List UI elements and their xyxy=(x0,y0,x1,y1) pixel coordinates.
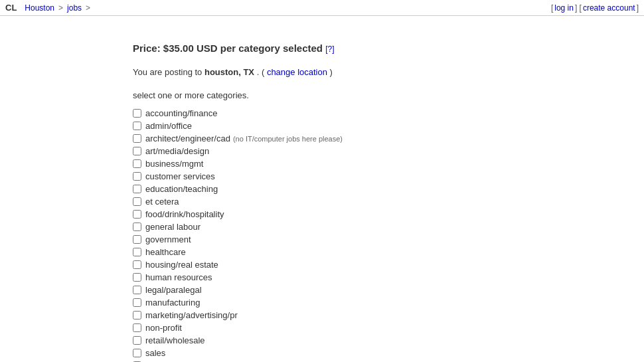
list-item: customer services xyxy=(133,171,604,181)
list-item: et cetera xyxy=(133,197,604,207)
list-item: education/teaching xyxy=(133,184,604,194)
category-label-government[interactable]: government xyxy=(145,234,191,244)
categories-list: accounting/financeadmin/officearchitect/… xyxy=(133,108,604,362)
list-item: sales xyxy=(133,348,604,358)
auth-links: [ log in ] [ create account ] xyxy=(551,3,639,13)
login-link[interactable]: log in xyxy=(554,3,574,13)
category-checkbox-nonprofit[interactable] xyxy=(133,323,141,332)
main-content: Price: $35.00 USD per category selected … xyxy=(0,16,644,362)
location-text: You are posting to houston, TX . ( chang… xyxy=(133,67,604,77)
category-checkbox-legal[interactable] xyxy=(133,286,141,294)
list-item: accounting/finance xyxy=(133,108,604,118)
category-checkbox-art[interactable] xyxy=(133,147,141,155)
category-label-housing[interactable]: housing/real estate xyxy=(145,260,218,270)
list-item: retail/wholesale xyxy=(133,335,604,345)
breadcrumb: CL Houston > jobs > xyxy=(5,3,92,13)
category-checkbox-human[interactable] xyxy=(133,273,141,282)
top-bar: CL Houston > jobs > [ log in ] [ create … xyxy=(0,0,644,16)
auth-bracket-close: ] xyxy=(637,3,639,13)
category-label-general[interactable]: general labour xyxy=(145,222,201,232)
category-label-nonprofit[interactable]: non-profit xyxy=(145,323,182,333)
category-label-retail[interactable]: retail/wholesale xyxy=(145,335,205,345)
breadcrumb-arrow-2: > xyxy=(86,3,90,13)
category-checkbox-etcetera[interactable] xyxy=(133,197,141,206)
category-label-education[interactable]: education/teaching xyxy=(145,184,218,194)
category-checkbox-education[interactable] xyxy=(133,185,141,193)
category-label-manufacturing[interactable]: manufacturing xyxy=(145,298,200,308)
category-checkbox-manufacturing[interactable] xyxy=(133,298,141,307)
category-checkbox-food[interactable] xyxy=(133,210,141,219)
category-checkbox-retail[interactable] xyxy=(133,336,141,345)
category-checkbox-housing[interactable] xyxy=(133,260,141,269)
change-location-link[interactable]: change location xyxy=(267,67,327,77)
location-paren-close: ) xyxy=(330,67,333,77)
category-label-accounting[interactable]: accounting/finance xyxy=(145,108,217,118)
price-text: Price: $35.00 USD per category selected xyxy=(133,43,323,54)
category-checkbox-admin[interactable] xyxy=(133,122,141,130)
list-item: admin/office xyxy=(133,121,604,131)
category-label-etcetera[interactable]: et cetera xyxy=(145,197,179,207)
auth-bracket-open: [ xyxy=(551,3,553,13)
list-item: human resources xyxy=(133,272,604,282)
category-checkbox-general[interactable] xyxy=(133,223,141,231)
category-label-art[interactable]: art/media/design xyxy=(145,146,209,156)
price-help-link[interactable]: [?] xyxy=(325,45,334,54)
category-checkbox-healthcare[interactable] xyxy=(133,248,141,256)
create-account-link[interactable]: create account xyxy=(583,3,635,13)
breadcrumb-jobs[interactable]: jobs xyxy=(67,3,82,13)
category-label-human[interactable]: human resources xyxy=(145,272,212,282)
category-checkbox-accounting[interactable] xyxy=(133,109,141,118)
category-checkbox-architect[interactable] xyxy=(133,134,141,143)
list-item: government xyxy=(133,234,604,244)
breadcrumb-arrow-1: > xyxy=(58,3,63,13)
list-item: healthcare xyxy=(133,247,604,257)
category-checkbox-customer[interactable] xyxy=(133,172,141,181)
list-item: architect/engineer/cad (no IT/computer j… xyxy=(133,134,604,143)
location-paren-open: ( xyxy=(262,67,264,77)
category-checkbox-marketing[interactable] xyxy=(133,311,141,319)
category-label-food[interactable]: food/drink/hospitality xyxy=(145,209,224,219)
site-logo: CL xyxy=(5,3,17,13)
breadcrumb-houston[interactable]: Houston xyxy=(25,3,54,13)
list-item: food/drink/hospitality xyxy=(133,209,604,219)
category-note-architect: (no IT/computer jobs here please) xyxy=(233,135,343,143)
category-label-business[interactable]: business/mgmt xyxy=(145,159,203,169)
category-label-sales[interactable]: sales xyxy=(145,348,165,358)
category-checkbox-sales[interactable] xyxy=(133,349,141,357)
category-label-customer[interactable]: customer services xyxy=(145,171,215,181)
list-item: marketing/advertising/pr xyxy=(133,310,604,320)
location-prefix: You are posting to xyxy=(133,67,204,77)
list-item: housing/real estate xyxy=(133,260,604,270)
list-item: business/mgmt xyxy=(133,159,604,169)
list-item: art/media/design xyxy=(133,146,604,156)
category-checkbox-government[interactable] xyxy=(133,235,141,244)
category-label-legal[interactable]: legal/paralegal xyxy=(145,285,202,295)
location-city: houston, TX xyxy=(204,67,254,77)
list-item: manufacturing xyxy=(133,298,604,308)
category-label-marketing[interactable]: marketing/advertising/pr xyxy=(145,310,238,320)
list-item: non-profit xyxy=(133,323,604,333)
list-item: general labour xyxy=(133,222,604,232)
category-checkbox-business[interactable] xyxy=(133,159,141,168)
select-label: select one or more categories. xyxy=(133,90,604,100)
category-label-healthcare[interactable]: healthcare xyxy=(145,247,186,257)
location-suffix: . xyxy=(257,67,260,77)
auth-separator: ] [ xyxy=(575,3,582,13)
category-label-admin[interactable]: admin/office xyxy=(145,121,192,131)
category-label-architect[interactable]: architect/engineer/cad xyxy=(145,134,230,143)
price-heading: Price: $35.00 USD per category selected … xyxy=(133,43,604,54)
list-item: legal/paralegal xyxy=(133,285,604,295)
